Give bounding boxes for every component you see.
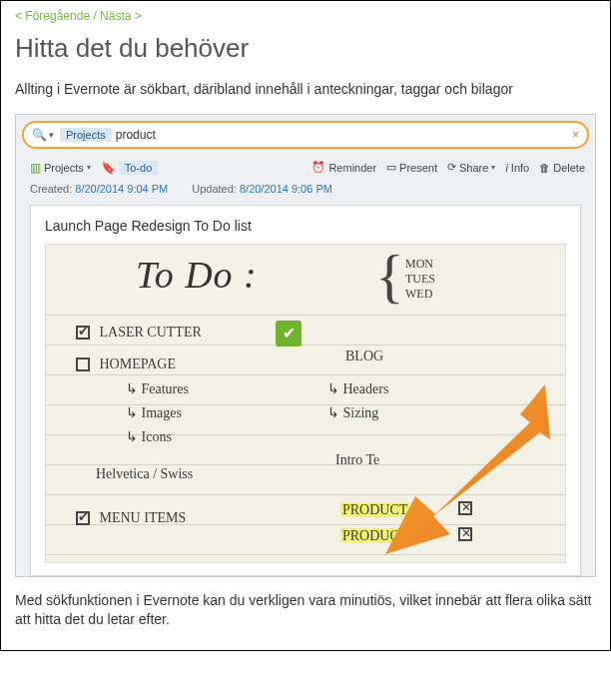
nav-sep: / — [93, 9, 96, 23]
checkbox-x1 — [458, 500, 478, 516]
share-button[interactable]: ⟳ Share ▾ — [447, 161, 495, 174]
day-wed: WED — [405, 287, 435, 302]
reminder-button[interactable]: ⏰ Reminder — [311, 161, 376, 174]
delete-label: Delete — [553, 162, 585, 174]
note-toolbar: ▥ Projects ▾ 🔖 To-do ⏰ Reminder ▭ Presen… — [22, 157, 589, 183]
info-button[interactable]: i Info — [505, 162, 529, 174]
days-list: MON TUES WED — [405, 257, 435, 302]
tag-selector[interactable]: 🔖 To-do — [101, 161, 159, 175]
day-mon: MON — [405, 257, 435, 272]
brace-icon: { — [375, 255, 404, 297]
checkbox-x2 — [458, 526, 478, 542]
handwriting-header: To Do : — [136, 253, 258, 297]
created-label: Created: — [30, 183, 72, 195]
prev-link[interactable]: < Föregående — [15, 9, 90, 23]
updated-label: Updated: — [192, 183, 237, 195]
item-images: ↳ Images — [126, 404, 182, 421]
reminder-icon: ⏰ — [311, 161, 325, 174]
updated-value: 8/20/2014 9:06 PM — [240, 183, 332, 195]
trash-icon: 🗑 — [539, 162, 550, 174]
item-icons: ↳ Icons — [126, 428, 172, 445]
search-input[interactable]: product — [116, 128, 572, 142]
item-sizing: ↳ Sizing — [327, 404, 378, 421]
notebook-icon: ▥ — [30, 161, 41, 175]
created-value: 8/20/2014 9:04 PM — [75, 183, 168, 195]
note-meta: Created: 8/20/2014 9:04 PM Updated: 8/20… — [22, 183, 589, 205]
checkbox-checked-icon — [76, 511, 90, 525]
updated-field: Updated: 8/20/2014 9:06 PM — [192, 183, 332, 195]
outro-text: Med sökfunktionen i Evernote kan du verk… — [15, 591, 596, 630]
item-features: ↳ Features — [126, 380, 189, 397]
search-dropdown-icon[interactable]: ▾ — [49, 130, 54, 140]
note-body-image: To Do : { MON TUES WED LASER CUTTER ✔ BL… — [45, 244, 566, 563]
item-product1: PRODUCT 1 — [340, 502, 420, 518]
item-headers: ↳ Headers — [327, 380, 388, 397]
page-title: Hitta det du behöver — [15, 33, 596, 64]
item-blog: BLOG — [345, 349, 383, 364]
search-icon: 🔍 — [32, 128, 47, 142]
day-tues: TUES — [405, 272, 435, 287]
item-intro: Intro Te — [335, 452, 379, 468]
tag-label: To-do — [119, 161, 159, 175]
item-product2: PRODUCT 2 — [340, 528, 420, 544]
next-link[interactable]: Nästa > — [100, 9, 142, 23]
clear-search-icon[interactable]: × — [572, 128, 579, 142]
chevron-down-icon: ▾ — [87, 163, 91, 172]
share-label: Share — [459, 162, 488, 174]
share-icon: ⟳ — [447, 161, 456, 174]
item-helvetica: Helvetica / Swiss — [96, 466, 193, 482]
item-laser: LASER CUTTER — [76, 325, 202, 341]
present-label: Present — [399, 162, 437, 174]
present-icon: ▭ — [386, 161, 396, 174]
item-menu: MENU ITEMS — [76, 510, 186, 526]
created-field: Created: 8/20/2014 9:04 PM — [30, 183, 168, 195]
note-title: Launch Page Redesign To Do list — [45, 218, 566, 234]
delete-button[interactable]: 🗑 Delete — [539, 162, 585, 174]
green-check-icon: ✔ — [276, 321, 302, 347]
notebook-label: Projects — [44, 162, 84, 174]
present-button[interactable]: ▭ Present — [386, 161, 437, 174]
info-icon: i — [505, 162, 507, 174]
info-label: Info — [511, 162, 529, 174]
notebook-selector[interactable]: ▥ Projects ▾ — [30, 161, 91, 175]
checkbox-icon — [76, 357, 90, 371]
tag-icon: 🔖 — [101, 161, 116, 175]
search-tag-chip[interactable]: Projects — [60, 128, 112, 142]
intro-text: Allting i Evernote är sökbart, däribland… — [15, 80, 596, 100]
reminder-label: Reminder — [328, 162, 376, 174]
breadcrumb: < Föregående / Nästa > — [15, 9, 596, 23]
app-screenshot: 🔍 ▾ Projects product × ▥ Projects ▾ 🔖 To… — [15, 114, 596, 577]
note-card: Launch Page Redesign To Do list To Do : … — [30, 205, 581, 576]
checkbox-checked-icon — [76, 326, 90, 340]
item-homepage: HOMEPAGE — [76, 356, 176, 372]
chevron-down-icon: ▾ — [491, 163, 495, 172]
search-bar[interactable]: 🔍 ▾ Projects product × — [22, 121, 589, 149]
